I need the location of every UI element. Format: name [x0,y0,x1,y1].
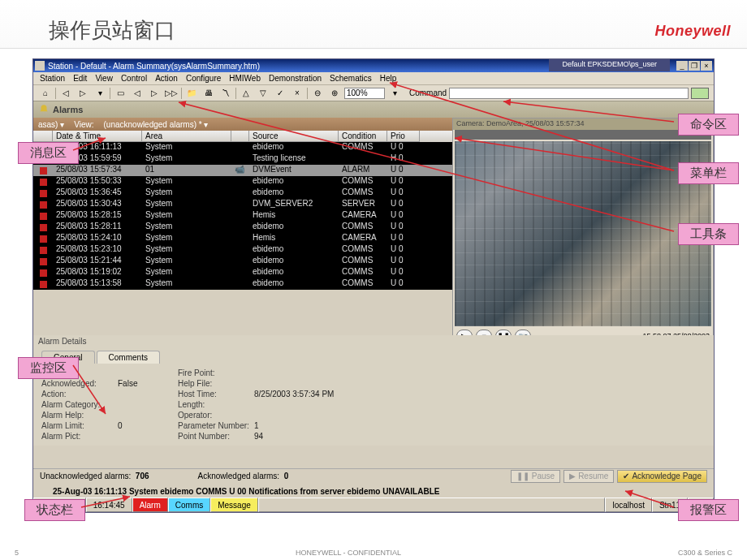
alarm-ticker: 25-Aug-03 16:11:13 System ebidemo COMMS … [33,485,714,498]
view-dropdown[interactable]: (unacknowledged alarms) * [104,120,209,129]
open-icon[interactable]: 📁 [184,87,199,100]
chart-icon[interactable]: 〽 [218,87,233,100]
location-dropdown[interactable]: asas) [38,120,64,129]
menu-view[interactable]: View [92,74,116,83]
zoomin-icon[interactable]: ⊕ [327,87,342,100]
menu-hmiweb[interactable]: HMIWeb [226,74,264,83]
forward-icon[interactable]: ▷ [76,87,90,100]
maximize-button[interactable]: ❐ [689,61,700,71]
menu-configure[interactable]: Configure [183,74,224,83]
next2-icon[interactable]: ▷▷ [164,87,179,100]
slide-title: 操作员站窗口 [49,16,175,45]
app-icon [35,61,45,71]
toolbar: ⌂ ◁ ▷ ▾ ▭ ◁ ▷ ▷▷ 📁 🖶 〽 △ ▽ ✓ × ⊖ ⊕ ▾ Com… [33,85,714,101]
col-prio[interactable]: Prio [387,131,420,142]
camera-title: Camera: DemoArea, 25/08/03 15:57:34 [456,119,585,129]
callout-alarm-area: 报警区 [678,499,739,521]
col-datetime[interactable]: Date & Time [53,131,142,142]
unack-value: 706 [136,472,149,480]
tab-comments[interactable]: Comments [97,351,160,364]
callout-monitor-area: 监控区 [18,357,79,379]
menu-schematics[interactable]: Schematics [326,74,375,83]
station-window: Station - Default - Alarm Summary(sysAla… [32,58,715,513]
menu-demonstration[interactable]: Demonstration [266,74,325,83]
menu-control[interactable]: Control [118,74,150,83]
camera-icon: 📹 [235,165,244,174]
callout-toolbar: 工具条 [678,223,739,245]
next-icon[interactable]: ▷ [147,87,162,100]
alarm-details-title: Alarm Details [33,335,714,347]
resume-button[interactable]: ▶ Resume [563,470,614,483]
down-icon[interactable]: ▽ [256,87,270,100]
menu-bar: Station Edit View Control Action Configu… [33,72,714,85]
summary-bar: Unacknowledged alarms: 706 Acknowledged … [33,468,714,483]
menu-help[interactable]: Help [377,74,400,83]
close-button[interactable]: × [701,61,712,71]
zoomout-icon[interactable]: ⊖ [310,87,325,100]
alarm-critical-icon [40,190,47,197]
alarm-critical-icon [40,258,47,265]
alarm-critical-icon [40,179,47,186]
zoom-dropdown-icon[interactable]: ▾ [387,87,402,100]
status-bar: 25-Aug-03 16:14:45 Alarm Comms Message l… [33,498,714,512]
ack-value: 0 [284,472,289,480]
menu-station[interactable]: Station [37,74,68,83]
menu-edit[interactable]: Edit [70,74,90,83]
alarm-critical-icon [40,167,47,174]
alarm-critical-icon [40,213,47,220]
col-source[interactable]: Source [249,131,339,142]
callout-command-area: 命令区 [678,114,739,136]
acknowledge-page-button[interactable]: ✔ Acknowledge Page [617,470,707,483]
print-icon[interactable]: 🖶 [201,87,216,100]
alarm-critical-icon [40,247,47,254]
callout-menu-bar: 菜单栏 [678,162,739,184]
go-button[interactable] [691,88,709,99]
x-icon[interactable]: × [290,87,304,100]
status-comms[interactable]: Comms [168,498,210,512]
unack-label: Unacknowledged alarms: [40,472,131,480]
minimize-button[interactable]: _ [676,61,688,71]
callout-message-area: 消息区 [18,142,79,164]
view-label: View: [74,120,93,129]
alarm-critical-icon [40,281,47,288]
command-label: Command [409,88,447,97]
alarms-banner: Alarms [33,101,714,118]
col-condition[interactable]: Condition [339,131,387,142]
page-icon[interactable]: ▭ [113,87,127,100]
pause-button[interactable]: ❚❚ Pause [511,470,560,483]
alarm-critical-icon [40,224,47,231]
prev-icon[interactable]: ◁ [130,87,145,100]
user-badge: Default EPKSDEMO\ps_user [549,59,670,71]
confidential-label: HONEYWELL - CONFIDENTIAL [19,549,678,557]
history-icon[interactable]: ▾ [93,87,107,100]
camera-feed [455,141,711,326]
honeywell-logo: Honeywell [654,23,731,40]
back-icon[interactable]: ◁ [58,87,73,100]
alarm-critical-icon [40,269,47,277]
product-label: C300 & Series C [678,549,732,557]
camera-panel: Camera: DemoArea, 25/08/03 15:57:34 × ▶ … [452,118,714,361]
check-icon[interactable]: ✓ [273,87,287,100]
window-titlebar[interactable]: Station - Default - Alarm Summary(sysAla… [33,59,714,72]
ack-label: Acknowledged alarms: [198,472,280,480]
alarm-critical-icon [40,201,47,209]
status-time: 16:14:45 [86,498,132,512]
status-alarm[interactable]: Alarm [132,498,168,512]
alarm-details: Alarm Details General Comments Reason:Ac… [33,335,714,446]
command-input[interactable] [449,88,689,99]
status-message[interactable]: Message [210,498,258,512]
menu-action[interactable]: Action [152,74,181,83]
up-icon[interactable]: △ [239,87,253,100]
alarm-critical-icon [40,235,47,243]
callout-status-bar: 状态栏 [24,499,85,521]
status-host: localhost [605,498,651,512]
col-area[interactable]: Area [142,131,231,142]
camera-slider[interactable] [455,130,711,140]
home-icon[interactable]: ⌂ [38,87,53,100]
bell-icon [38,104,50,115]
zoom-input[interactable] [344,88,385,99]
window-title: Station - Default - Alarm Summary(sysAla… [48,62,260,71]
